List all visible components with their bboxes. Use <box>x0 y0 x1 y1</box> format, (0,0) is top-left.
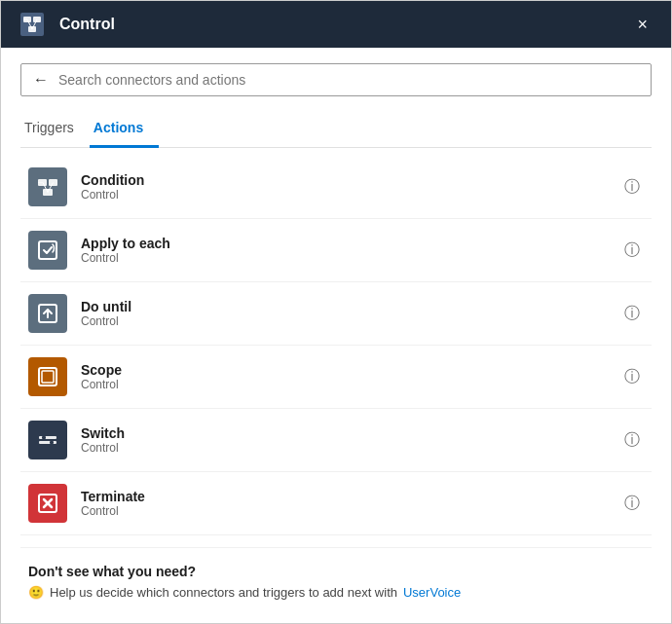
dialog-header: Control × <box>1 1 671 48</box>
action-item-switch[interactable]: Switch Control ⓘ <box>20 409 652 472</box>
switch-info-icon[interactable]: ⓘ <box>620 426 644 455</box>
switch-info: Switch Control <box>81 425 620 455</box>
dialog-body: ← Triggers Actions <box>1 48 671 623</box>
svg-rect-20 <box>39 441 56 444</box>
footer-description: Help us decide which connectors and trig… <box>50 585 397 600</box>
apply-each-info: Apply to each Control <box>81 236 620 265</box>
svg-rect-21 <box>42 436 46 439</box>
footer-heading: Don't see what you need? <box>28 564 644 579</box>
dialog: Control × ← Triggers Actions <box>0 0 672 624</box>
condition-info: Condition Control <box>81 172 620 202</box>
terminate-info-icon[interactable]: ⓘ <box>620 490 644 518</box>
condition-icon <box>28 167 67 206</box>
smiley-icon: 🙂 <box>28 585 44 600</box>
svg-rect-18 <box>42 371 54 383</box>
search-bar: ← <box>20 63 652 96</box>
tab-actions[interactable]: Actions <box>90 112 159 148</box>
action-item-apply-each[interactable]: Apply to each Control ⓘ <box>20 219 652 282</box>
do-until-info: Do until Control <box>81 299 620 328</box>
switch-icon <box>28 421 67 459</box>
footer-text: 🙂 Help us decide which connectors and tr… <box>28 585 644 600</box>
do-until-icon <box>28 294 67 333</box>
close-button[interactable]: × <box>629 12 655 37</box>
svg-rect-0 <box>20 13 44 36</box>
switch-subtitle: Control <box>81 441 620 455</box>
search-input[interactable] <box>58 72 639 88</box>
terminate-info: Terminate Control <box>81 489 620 518</box>
action-item-do-until[interactable]: Do until Control ⓘ <box>20 282 652 346</box>
terminate-name: Terminate <box>81 489 620 504</box>
uservoice-link[interactable]: UserVoice <box>403 585 461 600</box>
condition-info-icon[interactable]: ⓘ <box>620 173 644 202</box>
apply-each-icon <box>28 231 67 270</box>
scope-info: Scope Control <box>81 362 620 391</box>
do-until-name: Do until <box>81 299 620 314</box>
scope-info-icon[interactable]: ⓘ <box>620 363 644 391</box>
condition-subtitle: Control <box>81 188 620 202</box>
scope-subtitle: Control <box>81 378 620 391</box>
switch-name: Switch <box>81 425 620 441</box>
actions-list: Condition Control ⓘ Apply to each Contro… <box>20 156 652 539</box>
action-item-condition[interactable]: Condition Control ⓘ <box>20 156 652 219</box>
tab-triggers[interactable]: Triggers <box>20 112 90 148</box>
action-item-scope[interactable]: Scope Control ⓘ <box>20 346 652 409</box>
scope-name: Scope <box>81 362 620 378</box>
do-until-info-icon[interactable]: ⓘ <box>620 300 644 328</box>
terminate-icon <box>28 484 67 523</box>
do-until-subtitle: Control <box>81 314 620 328</box>
action-item-terminate[interactable]: Terminate Control ⓘ <box>20 472 652 535</box>
dialog-title: Control <box>59 16 629 33</box>
apply-each-name: Apply to each <box>81 236 620 251</box>
terminate-subtitle: Control <box>81 504 620 518</box>
header-icon <box>17 9 48 40</box>
condition-name: Condition <box>81 172 620 188</box>
apply-each-subtitle: Control <box>81 251 620 265</box>
back-button[interactable]: ← <box>33 72 49 88</box>
scope-icon <box>28 357 67 396</box>
footer: Don't see what you need? 🙂 Help us decid… <box>20 547 652 607</box>
apply-each-info-icon[interactable]: ⓘ <box>620 237 644 265</box>
svg-rect-19 <box>39 436 56 439</box>
tabs: Triggers Actions <box>20 112 652 148</box>
svg-rect-22 <box>50 441 54 444</box>
